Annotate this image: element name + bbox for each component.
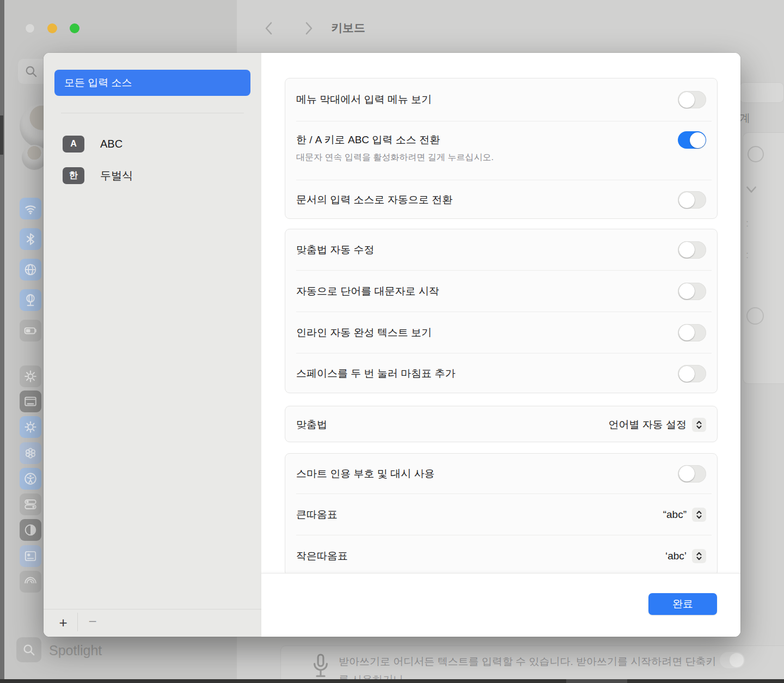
page-title: 키보드 <box>331 20 365 35</box>
input-source-label: ABC <box>100 138 122 150</box>
row-top: 한 / A 키로 ABC 입력 소스 전환 <box>296 131 706 149</box>
settings-row: 맞춤법 자동 수정 <box>285 229 717 270</box>
appearance-icon <box>20 519 41 541</box>
row-label: 자동으로 단어를 대문자로 시작 <box>296 284 439 298</box>
microphone-icon <box>309 652 332 682</box>
settings-row: 자동으로 단어를 대문자로 시작 <box>285 271 717 312</box>
settings-row: 작은따옴표‘abc’ <box>285 535 717 576</box>
dictation-card: 받아쓰기로 어디서든 텍스트를 입력할 수 있습니다. 받아쓰기를 시작하려면 … <box>280 645 784 683</box>
occluded-toggle-knob <box>748 146 764 162</box>
settings-group: 스마트 인용 부호 및 대시 사용큰따옴표“abc”작은따옴표‘abc’ <box>285 453 718 576</box>
occluded-control-fragment <box>739 82 784 103</box>
sidebar-item-spotlight: Spotlight <box>49 643 102 658</box>
battery-icon <box>20 320 41 342</box>
toggle-knob <box>679 92 695 108</box>
row-label: 스페이스를 두 번 눌러 마침표 추가 <box>296 367 455 381</box>
toggle-switch[interactable] <box>678 131 706 149</box>
displays-icon <box>20 416 41 438</box>
toggle-switch[interactable] <box>678 324 706 342</box>
settings-row: 스페이스를 두 번 눌러 마침표 추가 <box>285 353 717 393</box>
back-icon[interactable] <box>263 21 275 36</box>
toggle-switch[interactable] <box>678 465 706 483</box>
network-icon <box>20 259 41 280</box>
close-window-button <box>25 23 35 33</box>
occluded-toggle-knob <box>746 307 764 325</box>
settings-row: 맞춤법언어별 자동 설정 <box>285 406 717 442</box>
popup-button[interactable]: “abc” <box>663 508 706 522</box>
row-label: 큰따옴표 <box>296 508 338 522</box>
divider <box>77 613 78 631</box>
toggle-switch[interactable] <box>678 241 706 259</box>
done-button[interactable]: 완료 <box>648 593 717 615</box>
accessibility-icon <box>20 468 41 490</box>
settings-row: 문서의 입력 소스로 자동으로 전환 <box>285 180 717 219</box>
row-label: 한 / A 키로 ABC 입력 소스 전환 <box>296 133 440 147</box>
toggle-switch[interactable] <box>678 191 706 209</box>
input-sources-dialog: 모든 입력 소스 AABC한두벌식 + − 메뉴 막대에서 입력 메뉴 보기한 … <box>44 53 740 637</box>
stepper-icon <box>692 418 706 432</box>
occluded-glyph: : <box>746 249 750 261</box>
wifi-icon <box>20 198 41 219</box>
settings-group: 맞춤법언어별 자동 설정 <box>285 406 718 442</box>
dialog-footer: 완료 <box>261 573 740 637</box>
chevron-down-icon <box>744 182 758 198</box>
sidebar-item-all-input-sources[interactable]: 모든 입력 소스 <box>54 70 250 96</box>
toggle-switch[interactable] <box>678 283 706 300</box>
dictation-toggle <box>720 652 745 668</box>
desktop-bottom-strip <box>0 679 784 683</box>
settings-group: 맞춤법 자동 수정자동으로 단어를 대문자로 시작인라인 자동 완성 텍스트 보… <box>285 229 718 393</box>
desktop-dock-icon <box>20 391 41 412</box>
toggle-knob <box>679 366 695 382</box>
touch-id-icon <box>20 571 41 593</box>
row-label: 작은따옴표 <box>296 549 348 563</box>
all-input-sources-label: 모든 입력 소스 <box>64 76 132 90</box>
popup-button[interactable]: 언어별 자동 설정 <box>608 418 706 432</box>
vpn-icon <box>20 289 41 311</box>
general-icon <box>20 365 41 387</box>
dictation-description: 받아쓰기로 어디서든 텍스트를 입력할 수 있습니다. 받아쓰기를 시작하려면 … <box>339 652 720 683</box>
popup-value: “abc” <box>663 509 687 521</box>
occluded-text-fragment: 계 <box>739 111 750 125</box>
toggle-knob <box>679 192 695 208</box>
stepper-icon <box>692 549 706 563</box>
popup-button[interactable]: ‘abc’ <box>665 549 706 563</box>
toggle-switch[interactable] <box>678 365 706 382</box>
remove-input-source-button[interactable]: − <box>83 612 102 631</box>
bluetooth-icon <box>20 228 41 250</box>
popup-value: ‘abc’ <box>665 550 687 562</box>
settings-row: 메뉴 막대에서 입력 메뉴 보기 <box>285 78 717 121</box>
zoom-window-button[interactable] <box>70 23 79 33</box>
input-source-item[interactable]: AABC <box>63 132 261 155</box>
row-subtitle: 대문자 연속 입력을 활성화하려면 길게 누르십시오. <box>296 152 706 163</box>
occluded-glyph: : <box>746 218 750 229</box>
settings-row: 스마트 인용 부호 및 대시 사용 <box>285 454 717 493</box>
input-source-badge: A <box>63 136 84 153</box>
settings-group: 메뉴 막대에서 입력 메뉴 보기한 / A 키로 ABC 입력 소스 전환대문자… <box>285 78 718 219</box>
add-input-source-button[interactable]: + <box>53 613 73 632</box>
forward-icon[interactable] <box>303 21 315 36</box>
background-window-fragment <box>0 115 3 155</box>
control-center-icon <box>20 493 41 515</box>
spotlight-icon <box>16 637 41 662</box>
input-source-badge: 한 <box>63 167 84 184</box>
toggle-switch[interactable] <box>678 91 706 108</box>
divider <box>61 113 244 113</box>
row-label: 맞춤법 자동 수정 <box>296 243 375 257</box>
settings-row: 인라인 자동 완성 텍스트 보기 <box>285 312 717 353</box>
toggle-knob <box>679 242 695 258</box>
row-label: 스마트 인용 부호 및 대시 사용 <box>296 467 434 481</box>
toggle-knob <box>690 132 706 148</box>
screen: 키보드 Spotlight 계 : : <box>0 0 784 683</box>
row-label: 맞춤법 <box>296 418 327 432</box>
lock-screen-icon <box>20 545 41 567</box>
settings-row: 한 / A 키로 ABC 입력 소스 전환대문자 연속 입력을 활성화하려면 길… <box>285 121 717 180</box>
input-source-item[interactable]: 한두벌식 <box>63 164 261 187</box>
minimize-window-button[interactable] <box>47 23 57 33</box>
popup-value: 언어별 자동 설정 <box>608 418 687 432</box>
search-icon <box>24 64 38 81</box>
occluded-card-fragment: : : <box>743 132 784 384</box>
toggle-knob <box>679 466 695 481</box>
row-label: 문서의 입력 소스로 자동으로 전환 <box>296 193 452 207</box>
input-source-label: 두벌식 <box>100 168 133 183</box>
wallpaper-icon <box>20 442 41 464</box>
